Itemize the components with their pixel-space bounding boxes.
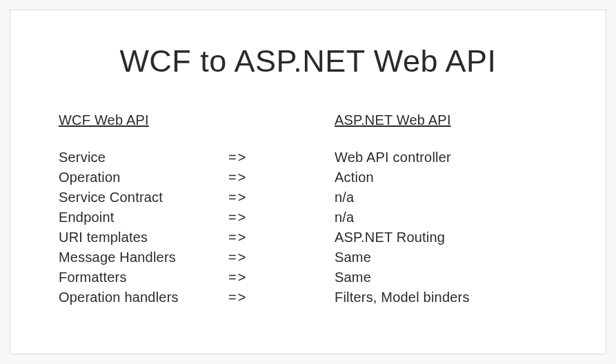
table-row: Service — [59, 148, 228, 168]
table-row: Action — [335, 168, 557, 188]
column-aspnet: ASP.NET Web API Web API controller Actio… — [335, 112, 557, 307]
table-row: Operation handlers — [59, 287, 228, 307]
arrow-icon: => — [228, 188, 335, 208]
column-arrow: . => => => => => => => => — [228, 112, 335, 307]
table-row: Web API controller — [335, 148, 557, 168]
arrow-icon: => — [228, 148, 335, 168]
arrow-icon: => — [228, 228, 335, 247]
arrow-icon: => — [228, 267, 335, 287]
table-row: URI templates — [59, 228, 228, 247]
column-header-wcf: WCF Web API — [59, 112, 228, 128]
table-row: ASP.NET Routing — [335, 228, 557, 247]
arrow-icon: => — [228, 247, 335, 267]
column-wcf: WCF Web API Service Operation Service Co… — [59, 112, 228, 307]
table-row: Service Contract — [59, 188, 228, 208]
mapping-columns: WCF Web API Service Operation Service Co… — [59, 112, 557, 307]
table-row: n/a — [335, 188, 557, 208]
slide-title: WCF to ASP.NET Web API — [59, 43, 557, 79]
table-row: Operation — [59, 168, 228, 188]
table-row: Formatters — [59, 267, 228, 287]
arrow-icon: => — [228, 208, 335, 228]
arrow-icon: => — [228, 287, 335, 307]
arrow-icon: => — [228, 168, 335, 188]
table-row: Filters, Model binders — [335, 287, 557, 307]
table-row: Endpoint — [59, 208, 228, 228]
table-row: Same — [335, 247, 557, 267]
table-row: n/a — [335, 208, 557, 228]
table-row: Same — [335, 267, 557, 287]
table-row: Message Handlers — [59, 247, 228, 267]
column-header-aspnet: ASP.NET Web API — [335, 112, 557, 128]
slide: WCF to ASP.NET Web API WCF Web API Servi… — [10, 10, 606, 354]
